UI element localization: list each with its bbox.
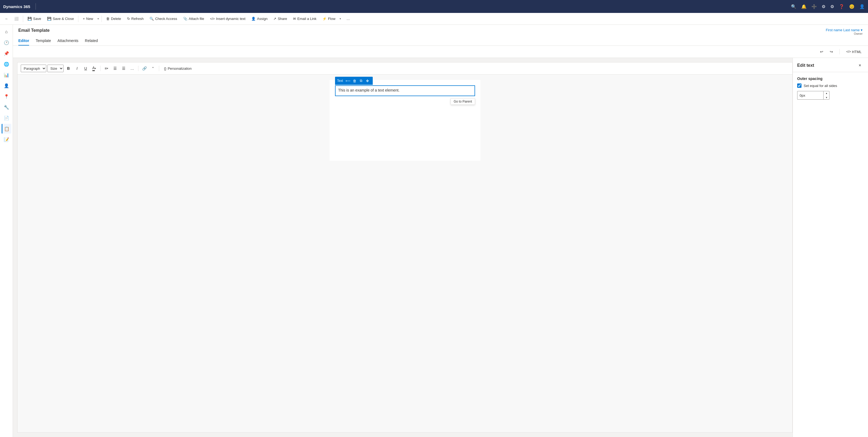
spinner-down-button[interactable]: ▼: [824, 95, 830, 100]
quote-icon: ": [152, 66, 154, 70]
redo-button[interactable]: ↪: [828, 48, 835, 56]
personalization-icon: {}: [164, 66, 166, 70]
back-button[interactable]: ←: [2, 14, 11, 23]
user-emoji-icon[interactable]: 😊: [849, 4, 855, 9]
close-icon: ×: [859, 63, 861, 68]
sidebar-item-report[interactable]: 📊: [2, 70, 11, 80]
align-icon: ≡: [104, 66, 107, 70]
text-block-move-action[interactable]: ✥: [365, 78, 371, 84]
spacing-spinners: ▲ ▼: [823, 91, 830, 100]
toolbar-div-1: [100, 66, 100, 71]
editor-and-panel: Paragraph Size B I U A ▾: [13, 58, 868, 437]
save-button[interactable]: 💾 Save: [25, 14, 44, 23]
check-access-button[interactable]: 🔍 Check Access: [147, 14, 180, 23]
go-to-parent-tooltip[interactable]: Go to Parent: [451, 98, 475, 105]
paragraph-select[interactable]: Paragraph: [21, 65, 46, 72]
flow-button[interactable]: ⚡ Flow: [320, 14, 338, 23]
underline-button[interactable]: U: [82, 65, 89, 72]
open-icon: ⬜: [14, 17, 19, 21]
add-icon[interactable]: ➕: [811, 4, 817, 9]
editor-section: ↩ ↪ </> HTML Paragraph: [13, 46, 868, 437]
check-access-icon: 🔍: [150, 17, 154, 21]
unordered-list-icon: ☰: [122, 66, 125, 70]
set-equal-label[interactable]: Set equal for all sides: [804, 84, 837, 88]
attach-icon: 📎: [183, 17, 187, 21]
main-layout: ⌂ 🕐 📌 🌐 📊 👤 📍 🔧 📄 📋 📝 Email Template Fir…: [0, 25, 868, 437]
record-header: Email Template First name Last name ▾ Ow…: [13, 25, 868, 46]
personalization-button[interactable]: {} Personalization: [161, 66, 194, 71]
checkbox-row: Set equal for all sides: [797, 84, 864, 88]
align-button[interactable]: ≡ ▾: [103, 65, 110, 72]
share-button[interactable]: ↗ Share: [271, 14, 290, 23]
command-bar: ← ⬜ 💾 Save 💾 Save & Close + New ▾ 🗑 Dele…: [0, 13, 868, 25]
save-close-button[interactable]: 💾 Save & Close: [44, 14, 77, 23]
new-icon: +: [83, 17, 85, 21]
sidebar-item-map[interactable]: 📍: [2, 92, 11, 101]
cmd-sep-3: [101, 15, 102, 22]
tab-template[interactable]: Template: [36, 36, 51, 45]
new-button[interactable]: + New: [80, 14, 96, 23]
open-record-button[interactable]: ⬜: [11, 14, 21, 23]
assign-button[interactable]: 👤 Assign: [249, 14, 270, 23]
sidebar-item-tool[interactable]: 🔧: [2, 102, 11, 112]
sidebar-item-quote[interactable]: 📝: [2, 135, 11, 144]
text-block-content[interactable]: This is an example of a text element.: [335, 85, 475, 96]
tab-editor[interactable]: Editor: [18, 36, 29, 45]
link-button[interactable]: 🔗: [141, 65, 148, 72]
size-select[interactable]: Size: [48, 65, 64, 72]
text-block-delete-action[interactable]: 🗑: [352, 78, 358, 84]
search-icon[interactable]: 🔍: [791, 4, 796, 9]
tab-attachments[interactable]: Attachments: [57, 36, 79, 45]
sidebar-item-pin[interactable]: 📌: [2, 49, 11, 58]
bold-button[interactable]: B: [65, 65, 72, 72]
undo-button[interactable]: ↩: [818, 48, 826, 56]
font-color-button[interactable]: A ▾: [91, 65, 98, 72]
text-block-duplicate-action[interactable]: ⧉: [358, 78, 364, 84]
email-link-button[interactable]: ✉ Email a Link: [290, 14, 319, 23]
insert-dynamic-button[interactable]: </> Insert dynamic text: [207, 14, 248, 23]
font-color-label: A: [92, 66, 95, 71]
sidebar-item-recent[interactable]: 🕐: [2, 38, 11, 48]
settings-icon[interactable]: ⚙: [830, 4, 834, 9]
sidebar-item-document[interactable]: 📄: [2, 113, 11, 123]
undo-icon: ↩: [820, 50, 823, 54]
ordered-list-button[interactable]: ☰: [111, 65, 119, 72]
flow-dropdown-button[interactable]: ▾: [339, 14, 342, 23]
more-toolbar-icon: …: [130, 66, 134, 70]
outer-spacing-title: Outer spacing: [797, 76, 864, 81]
notification-icon[interactable]: 🔔: [801, 4, 807, 9]
sidebar-item-home[interactable]: ⌂: [2, 27, 11, 37]
italic-button[interactable]: I: [73, 65, 81, 72]
new-dropdown-button[interactable]: ▾: [96, 14, 100, 23]
owner-name-link[interactable]: First name Last name ▾: [826, 28, 863, 32]
editor-main: Paragraph Size B I U A ▾: [17, 62, 793, 433]
sidebar-item-template[interactable]: 📋: [2, 124, 11, 133]
record-owner: First name Last name ▾ Owner: [826, 28, 863, 35]
refresh-icon: ↻: [127, 17, 130, 21]
right-panel-close-button[interactable]: ×: [856, 62, 864, 69]
top-bar-divider: [839, 49, 840, 54]
help-icon[interactable]: ❓: [839, 4, 844, 9]
filter-icon[interactable]: ⚙: [822, 4, 826, 9]
quote-button[interactable]: ": [149, 65, 157, 72]
spinner-up-button[interactable]: ▲: [824, 91, 830, 95]
app-name[interactable]: Dynamics 365: [3, 4, 30, 9]
ordered-list-icon: ☰: [113, 66, 117, 70]
user-icon[interactable]: 👤: [859, 4, 865, 9]
more-button[interactable]: …: [344, 14, 352, 23]
text-block-parent-action[interactable]: ⟵: [345, 78, 351, 84]
text-delete-icon: 🗑: [353, 79, 356, 83]
attach-file-button[interactable]: 📎 Attach file: [181, 14, 207, 23]
html-button[interactable]: </> HTML: [844, 49, 864, 55]
sidebar-item-globe[interactable]: 🌐: [2, 59, 11, 69]
tab-related[interactable]: Related: [85, 36, 98, 45]
refresh-button[interactable]: ↻ Refresh: [124, 14, 147, 23]
email-icon: ✉: [293, 17, 296, 21]
editor-canvas[interactable]: Text ⟵ 🗑 ⧉: [18, 74, 792, 432]
more-toolbar-button[interactable]: …: [128, 65, 136, 72]
delete-button[interactable]: 🗑 Delete: [103, 14, 124, 23]
unordered-list-button[interactable]: ☰: [120, 65, 127, 72]
text-block-wrapper: Text ⟵ 🗑 ⧉: [335, 85, 475, 96]
set-equal-checkbox[interactable]: [797, 84, 802, 88]
sidebar-item-contacts[interactable]: 👤: [2, 81, 11, 91]
